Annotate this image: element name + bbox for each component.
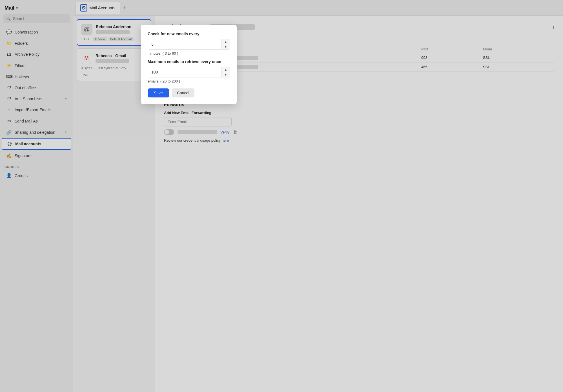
modal-actions: Save Cancel [148, 88, 230, 97]
cancel-button[interactable]: Cancel [172, 88, 194, 97]
modal-max-label: Maximum emails to retrieve every once [148, 59, 230, 64]
check-interval-input[interactable] [148, 40, 221, 49]
max-emails-down[interactable]: ▼ [222, 72, 230, 77]
max-emails-input[interactable] [148, 68, 221, 77]
save-button[interactable]: Save [148, 88, 169, 97]
modal-check-label: Check for new emails every [148, 32, 230, 36]
check-interval-spinners: ▲ ▼ [221, 39, 230, 49]
max-emails-spinners: ▲ ▼ [221, 67, 230, 77]
max-emails-spinner: ▲ ▼ [148, 67, 230, 77]
modal-overlay[interactable]: Check for new emails every ▲ ▼ minutes. … [0, 0, 563, 392]
check-interval-up[interactable]: ▲ [222, 39, 230, 44]
check-interval-spinner: ▲ ▼ [148, 39, 230, 50]
emails-hint: emails. ( 20 to 200 ) [148, 79, 230, 83]
max-emails-up[interactable]: ▲ [222, 67, 230, 72]
check-interval-down[interactable]: ▼ [222, 44, 230, 49]
minutes-hint: minutes. ( 3 to 60 ) [148, 51, 230, 55]
settings-modal: Check for new emails every ▲ ▼ minutes. … [141, 25, 237, 104]
